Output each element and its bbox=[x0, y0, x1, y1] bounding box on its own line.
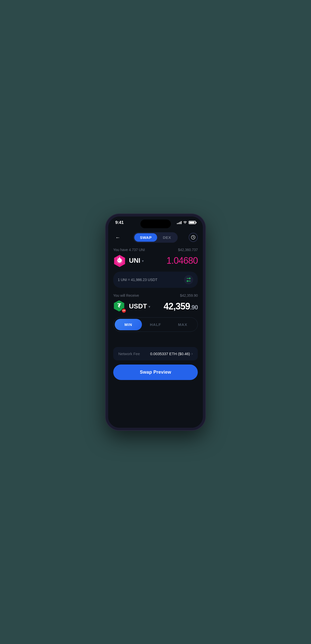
svg-point-7 bbox=[119, 260, 119, 260]
back-button[interactable]: ← bbox=[113, 233, 122, 242]
uni-symbol: UNI bbox=[129, 257, 140, 265]
spacer bbox=[113, 337, 198, 347]
network-fee-chevron-icon: › bbox=[191, 352, 193, 356]
battery-icon bbox=[189, 221, 196, 224]
usdt-amount-decimal: .90 bbox=[190, 304, 198, 311]
network-fee-value: 0.0035337 ETH ($0.46) › bbox=[150, 352, 193, 356]
receive-usd: $42,359.90 bbox=[180, 293, 198, 298]
network-fee-row[interactable]: Network Fee 0.0035337 ETH ($0.46) › bbox=[113, 347, 198, 360]
network-fee-amount: 0.0035337 ETH ($0.46) bbox=[150, 352, 190, 356]
signal-bar-2 bbox=[178, 223, 179, 224]
header-nav: ← SWAP DEX bbox=[113, 229, 198, 248]
balance-label: You have 4.737 UNI bbox=[113, 248, 145, 252]
usdt-amount: 42,359.90 bbox=[164, 301, 198, 312]
usdt-token-row: ₮ OP USDT ▾ 42,359.90 bbox=[113, 300, 198, 313]
uni-selector[interactable]: UNI ▾ bbox=[129, 257, 144, 265]
exchange-rate-row: 1 UNI = 41,986.23 USDT bbox=[113, 272, 198, 288]
signal-bars-icon bbox=[177, 221, 182, 224]
receive-label: You will Receive bbox=[113, 293, 139, 298]
svg-text:₮: ₮ bbox=[117, 303, 121, 309]
to-section-labels: You will Receive $42,359.90 bbox=[113, 293, 198, 298]
phone-frame: 9:41 bbox=[106, 214, 205, 430]
battery-fill bbox=[189, 222, 194, 223]
signal-bar-3 bbox=[179, 222, 180, 224]
tab-swap[interactable]: SWAP bbox=[134, 233, 157, 242]
usdt-token-left: ₮ OP USDT ▾ bbox=[113, 300, 150, 313]
history-button[interactable] bbox=[189, 233, 198, 242]
signal-bar-4 bbox=[181, 221, 182, 224]
nav-tabs: SWAP DEX bbox=[133, 232, 178, 243]
amount-buttons-group: MIN HALF MAX bbox=[113, 317, 198, 332]
status-time: 9:41 bbox=[115, 220, 124, 225]
uni-chevron-icon: ▾ bbox=[142, 259, 144, 263]
balance-usd: $42,360.737 bbox=[178, 248, 198, 252]
content-area: ← SWAP DEX You have 4.737 UNI $42,360.73… bbox=[108, 229, 203, 428]
usdt-selector[interactable]: USDT ▾ bbox=[129, 302, 150, 310]
back-arrow-icon: ← bbox=[115, 235, 120, 240]
screen: 9:41 bbox=[108, 217, 203, 428]
min-button[interactable]: MIN bbox=[115, 319, 142, 330]
op-badge: OP bbox=[121, 308, 126, 313]
max-button[interactable]: MAX bbox=[169, 319, 196, 330]
wifi-icon bbox=[183, 221, 187, 224]
usdt-amount-whole: 42,359 bbox=[164, 301, 190, 311]
dynamic-island bbox=[140, 220, 171, 228]
uni-amount[interactable]: 1.04680 bbox=[167, 255, 198, 266]
half-button[interactable]: HALF bbox=[142, 319, 169, 330]
uni-token-row: UNI ▾ 1.04680 bbox=[113, 254, 198, 267]
uni-token-icon bbox=[113, 254, 126, 267]
network-fee-label: Network Fee bbox=[118, 352, 140, 356]
swap-direction-button[interactable] bbox=[184, 275, 193, 284]
usdt-symbol: USDT bbox=[129, 302, 147, 310]
usdt-token-icon: ₮ OP bbox=[113, 300, 126, 313]
signal-bar-1 bbox=[177, 223, 178, 224]
exchange-rate-text: 1 UNI = 41,986.23 USDT bbox=[118, 278, 157, 282]
status-icons bbox=[177, 221, 196, 224]
uni-token-left: UNI ▾ bbox=[113, 254, 144, 267]
tab-dex[interactable]: DEX bbox=[157, 233, 176, 242]
usdt-chevron-icon: ▾ bbox=[149, 305, 150, 309]
from-section-labels: You have 4.737 UNI $42,360.737 bbox=[113, 248, 198, 252]
swap-preview-button[interactable]: Swap Preview bbox=[113, 365, 198, 380]
